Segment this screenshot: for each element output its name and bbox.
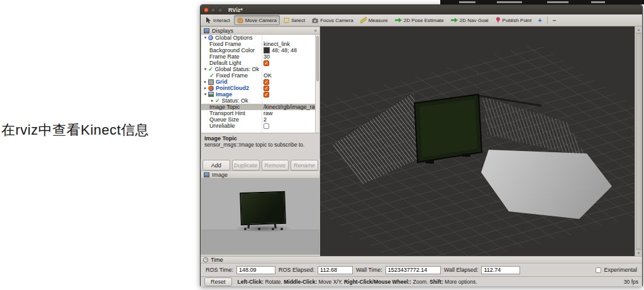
- close-panel-icon[interactable]: ×: [314, 28, 317, 33]
- displays-panel-header[interactable]: Displays ×: [201, 26, 320, 35]
- panel-foot: [426, 160, 434, 164]
- tree-row-default-light[interactable]: Default Light ✓: [201, 60, 319, 66]
- camera-image-view: [201, 179, 320, 255]
- tree-scrollbar-thumb[interactable]: [316, 36, 319, 81]
- tv-wheel: [272, 228, 274, 230]
- tree-row-image[interactable]: ▾ Image ✓: [201, 91, 319, 98]
- expander-icon[interactable]: ▸: [209, 98, 215, 104]
- property-value[interactable]: /kinect/rgb/image_raw: [264, 104, 319, 110]
- tree-scrollbar[interactable]: [315, 35, 319, 133]
- tool-interact[interactable]: Interact: [203, 15, 233, 25]
- reset-button[interactable]: Reset: [204, 277, 232, 286]
- property-value[interactable]: kinect_link: [264, 41, 290, 47]
- camera-tv-shadow: [234, 225, 292, 232]
- fps-counter: 30 fps: [624, 279, 638, 285]
- wall-elapsed-label: Wall Elapsed:: [444, 267, 479, 273]
- tree-row-transport-hint[interactable]: Transport Hint raw: [201, 110, 319, 116]
- scroll-up-icon[interactable]: ▲: [635, 26, 642, 33]
- window-maximize-button[interactable]: [218, 8, 223, 13]
- 3d-viewport[interactable]: [320, 26, 636, 256]
- property-value[interactable]: 30: [264, 53, 270, 60]
- tree-row-grid[interactable]: ▸ Grid ✓: [201, 79, 319, 85]
- interact-cursor-icon: [206, 17, 211, 23]
- property-value[interactable]: 2: [264, 116, 267, 123]
- help-text: sensor_msgs::Image topic to subscribe to…: [204, 142, 304, 148]
- tool-measure[interactable]: Measure: [357, 15, 391, 25]
- tool-move-camera[interactable]: Move Camera: [234, 15, 280, 25]
- toolbar-separator: [547, 16, 548, 24]
- tool-label: 2D Pose Estimate: [404, 18, 444, 23]
- toolbar: Interact Move Camera Select Focus Camera…: [201, 14, 642, 26]
- checkbox-unchecked[interactable]: [264, 123, 269, 129]
- wall-time-input[interactable]: [386, 266, 441, 274]
- expander-icon[interactable]: ▾: [203, 91, 208, 98]
- property-label: Global Options: [215, 35, 253, 41]
- property-label: Default Light: [209, 60, 242, 66]
- tree-row-pointcloud2[interactable]: ▸ PointCloud2 ✓: [201, 85, 319, 91]
- property-label: Transport Hint: [209, 110, 245, 116]
- image-display-icon: [208, 92, 214, 97]
- time-panel-body: ROS Time: ROS Elapsed: Wall Time: Wall E…: [201, 264, 642, 276]
- time-panel-header[interactable]: Time: [201, 256, 642, 264]
- image-panel-title: Image: [212, 172, 228, 178]
- checkbox-checked[interactable]: ✓: [264, 79, 269, 85]
- expander-icon[interactable]: ▾: [203, 35, 208, 41]
- expander-icon[interactable]: ▸: [203, 85, 208, 91]
- map-pin-icon: [496, 17, 501, 23]
- rename-display-button[interactable]: Rename: [291, 160, 318, 170]
- cropped-glyphs: [591, 1, 605, 3]
- tree-row-unreliable[interactable]: Unreliable: [201, 123, 319, 129]
- selection-box-icon: [284, 18, 289, 23]
- clock-icon: [203, 257, 208, 262]
- remove-display-button[interactable]: Remove: [262, 160, 289, 170]
- tool-label: 2D Nav Goal: [460, 18, 489, 23]
- property-value[interactable]: raw: [264, 110, 273, 116]
- tool-select[interactable]: Select: [280, 16, 308, 25]
- add-tool-button[interactable]: +: [535, 16, 544, 24]
- tree-row-image-topic[interactable]: Image Topic /kinect/rgb/image_raw: [201, 104, 319, 110]
- 3d-scene: [320, 26, 636, 256]
- property-label: Background Color: [209, 47, 255, 53]
- tree-row-global-status[interactable]: ▾ ✓ Global Status: Ok: [201, 66, 319, 72]
- property-label: Image Topic: [209, 104, 240, 110]
- checkbox-checked[interactable]: ✓: [264, 60, 269, 66]
- expander-icon[interactable]: ▾: [203, 66, 208, 72]
- property-value[interactable]: 48; 48; 48: [264, 47, 297, 53]
- add-display-button[interactable]: Add: [203, 160, 230, 170]
- checkbox-checked[interactable]: ✓: [264, 92, 269, 98]
- tree-row-background-color[interactable]: Background Color 48; 48; 48: [201, 47, 319, 53]
- hand-icon: [237, 17, 243, 23]
- camera-tv-panel: [240, 191, 286, 225]
- expander-icon[interactable]: ▸: [203, 79, 208, 85]
- image-panel-header[interactable]: Image: [201, 170, 320, 179]
- tree-row-global-options[interactable]: ▾ Global Options: [201, 35, 319, 41]
- tree-row-fixed-frame-status[interactable]: ✓ Fixed Frame OK: [201, 72, 319, 79]
- displays-tree[interactable]: ▾ Global Options Fixed Frame kinect_link…: [201, 35, 320, 133]
- tool-focus-camera[interactable]: Focus Camera: [309, 16, 356, 25]
- tree-row-queue-size[interactable]: Queue Size 2: [201, 116, 319, 123]
- wall-time-label: Wall Time:: [356, 267, 382, 273]
- window-close-button[interactable]: [204, 8, 209, 13]
- time-panel-title: Time: [211, 257, 223, 263]
- tool-publish-point[interactable]: Publish Point: [492, 15, 535, 25]
- remove-tool-button[interactable]: −: [550, 17, 559, 24]
- window-titlebar[interactable]: RViz*: [201, 5, 642, 14]
- viewport-scrollbar[interactable]: ▲ ▼: [635, 26, 642, 256]
- scrollbar-thumb[interactable]: [636, 33, 641, 249]
- scroll-down-icon[interactable]: ▼: [635, 249, 642, 256]
- tree-row-fixed-frame[interactable]: Fixed Frame kinect_link: [201, 41, 319, 47]
- checkbox-checked[interactable]: ✓: [264, 86, 269, 91]
- displays-panel-title: Displays: [212, 28, 233, 34]
- tv-wheel: [244, 228, 247, 230]
- tree-row-image-status[interactable]: ▸ ✓ Status: Ok: [201, 98, 319, 104]
- tool-2d-nav-goal[interactable]: 2D Nav Goal: [448, 16, 492, 25]
- window-minimize-button[interactable]: [211, 8, 216, 13]
- ros-elapsed-input[interactable]: [318, 266, 353, 274]
- tree-row-frame-rate[interactable]: Frame Rate 30: [201, 53, 319, 60]
- tool-2d-pose-estimate[interactable]: 2D Pose Estimate: [392, 16, 447, 25]
- ros-time-input[interactable]: [236, 266, 275, 274]
- experimental-checkbox[interactable]: [596, 267, 601, 273]
- wall-elapsed-input[interactable]: [481, 266, 520, 274]
- duplicate-display-button[interactable]: Duplicate: [232, 160, 260, 170]
- display-name: PointCloud2: [216, 85, 249, 91]
